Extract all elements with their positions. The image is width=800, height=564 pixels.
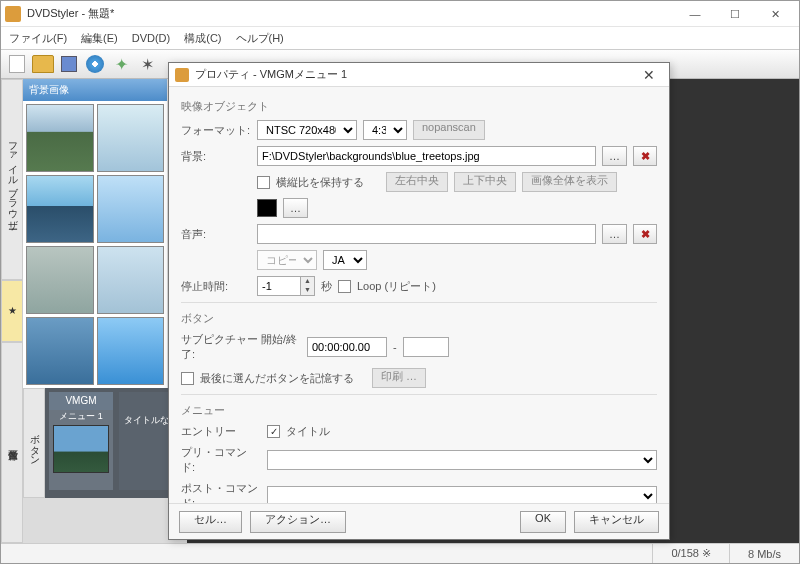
properties-dialog: プロパティ - VMGMメニュー 1 ✕ 映像オブジェクト フォーマット: NT… xyxy=(168,62,670,540)
dialog-close-button[interactable]: ✕ xyxy=(635,67,663,83)
bg-thumb[interactable] xyxy=(97,175,165,243)
loop-label: Loop (リピート) xyxy=(357,279,436,294)
format-label: フォーマット: xyxy=(181,123,251,138)
loop-checkbox[interactable] xyxy=(338,280,351,293)
menu-file[interactable]: ファイル(F) xyxy=(9,31,67,46)
audio-codec-select[interactable]: コピー xyxy=(257,250,317,270)
status-size: 0/158 ※ xyxy=(652,544,729,563)
save-icon[interactable] xyxy=(57,52,81,76)
menu-help[interactable]: ヘルプ(H) xyxy=(236,31,284,46)
wand-icon[interactable]: ✦ xyxy=(109,52,133,76)
window-title: DVDStyler - 無題* xyxy=(27,6,675,21)
ok-button[interactable]: OK xyxy=(520,511,566,533)
left-tabs: ファイルブラウザー ★ 背景画像 xyxy=(1,79,23,543)
audio-browse-button[interactable]: … xyxy=(602,224,627,244)
title-checkbox[interactable] xyxy=(267,425,280,438)
pause-label: 停止時間: xyxy=(181,279,251,294)
bg-clear-button[interactable]: ✖ xyxy=(633,146,657,166)
tab-bg-images[interactable]: 背景画像 xyxy=(1,342,23,543)
maximize-button[interactable]: ☐ xyxy=(715,2,755,26)
post-cmd-select[interactable] xyxy=(267,486,657,503)
section-video: 映像オブジェクト xyxy=(181,99,657,114)
pause-input[interactable] xyxy=(257,276,301,296)
vmgm-header: VMGM xyxy=(49,392,113,410)
audio-path-input[interactable] xyxy=(257,224,596,244)
vmgm-menu-cell[interactable]: VMGM メニュー 1 xyxy=(49,392,113,490)
align-lr-button[interactable]: 左右中央 xyxy=(386,172,448,192)
menu-dvd[interactable]: DVD(D) xyxy=(132,32,171,44)
title-chk-label: タイトル xyxy=(286,424,330,439)
pause-spinner[interactable]: ▲▼ xyxy=(257,276,315,296)
bg-color-swatch[interactable] xyxy=(257,199,277,217)
bg-color-more-button[interactable]: … xyxy=(283,198,308,218)
audio-label: 音声: xyxy=(181,227,251,242)
dialog-title-bar: プロパティ - VMGMメニュー 1 ✕ xyxy=(169,63,669,87)
cancel-button[interactable]: キャンセル xyxy=(574,511,659,533)
menu-thumb xyxy=(53,425,109,473)
section-button: ボタン xyxy=(181,311,657,326)
keep-aspect-checkbox[interactable] xyxy=(257,176,270,189)
title-bar: DVDStyler - 無題* — ☐ ✕ xyxy=(1,1,799,27)
subpic-label: サブピクチャー 開始/終了: xyxy=(181,332,301,362)
new-icon[interactable] xyxy=(5,52,29,76)
section-menu: メニュー xyxy=(181,403,657,418)
subpic-end-input[interactable] xyxy=(403,337,449,357)
bg-thumb[interactable] xyxy=(26,246,94,314)
open-icon[interactable] xyxy=(31,52,55,76)
tab-file-browser[interactable]: ファイルブラウザー xyxy=(1,79,23,280)
remember-label: 最後に選んだボタンを記憶する xyxy=(200,371,354,386)
menu-edit[interactable]: 編集(E) xyxy=(81,31,118,46)
print-button[interactable]: 印刷 … xyxy=(372,368,426,388)
dialog-footer: セル… アクション… OK キャンセル xyxy=(169,503,669,539)
bg-thumb[interactable] xyxy=(97,246,165,314)
tab-bg-star-icon[interactable]: ★ xyxy=(1,280,23,342)
align-tb-button[interactable]: 上下中央 xyxy=(454,172,516,192)
menu-timeline: VMGM メニュー 1 タイトルなし xyxy=(45,388,187,498)
spin-down-icon[interactable]: ▼ xyxy=(301,286,314,295)
sec-unit: 秒 xyxy=(321,279,332,294)
keep-aspect-label: 横縦比を保持する xyxy=(276,175,364,190)
close-button[interactable]: ✕ xyxy=(755,2,795,26)
post-cmd-label: ポスト・コマンド: xyxy=(181,481,261,503)
entry-label: エントリー xyxy=(181,424,261,439)
audio-lang-select[interactable]: JA xyxy=(323,250,367,270)
menu-label: メニュー 1 xyxy=(59,410,103,423)
background-browser: 背景画像 xyxy=(23,79,167,388)
dialog-title: プロパティ - VMGMメニュー 1 xyxy=(195,67,635,82)
app-icon xyxy=(5,6,21,22)
bg-thumb[interactable] xyxy=(97,104,165,172)
dialog-app-icon xyxy=(175,68,189,82)
bg-thumb[interactable] xyxy=(26,175,94,243)
bg-browse-button[interactable]: … xyxy=(602,146,627,166)
bg-thumb[interactable] xyxy=(97,317,165,385)
browser-header: 背景画像 xyxy=(23,79,167,101)
spin-up-icon[interactable]: ▲ xyxy=(301,277,314,286)
thumbnail-grid xyxy=(23,101,167,388)
bg-label: 背景: xyxy=(181,149,251,164)
subpic-start-input[interactable] xyxy=(307,337,387,357)
burn-disc-icon[interactable] xyxy=(83,52,107,76)
pre-cmd-select[interactable] xyxy=(267,450,657,470)
nopanscan-button[interactable]: nopanscan xyxy=(413,120,485,140)
status-bitrate: 8 Mb/s xyxy=(729,544,799,563)
cell-button[interactable]: セル… xyxy=(179,511,242,533)
format-select[interactable]: NTSC 720x480 xyxy=(257,120,357,140)
menu-bar: ファイル(F) 編集(E) DVD(D) 構成(C) ヘルプ(H) xyxy=(1,27,799,49)
bg-thumb[interactable] xyxy=(26,317,94,385)
bg-thumb[interactable] xyxy=(26,104,94,172)
settings-icon[interactable]: ✶ xyxy=(135,52,159,76)
subpic-dash: - xyxy=(393,341,397,353)
menu-config[interactable]: 構成(C) xyxy=(184,31,221,46)
action-button[interactable]: アクション… xyxy=(250,511,346,533)
pre-cmd-label: プリ・コマンド: xyxy=(181,445,261,475)
align-fit-button[interactable]: 画像全体を表示 xyxy=(522,172,617,192)
audio-clear-button[interactable]: ✖ xyxy=(633,224,657,244)
remember-checkbox[interactable] xyxy=(181,372,194,385)
tab-button[interactable]: ボタン xyxy=(23,388,45,498)
aspect-select[interactable]: 4:3 xyxy=(363,120,407,140)
minimize-button[interactable]: — xyxy=(675,2,715,26)
dialog-body: 映像オブジェクト フォーマット: NTSC 720x480 4:3 nopans… xyxy=(169,87,669,503)
status-bar: 0/158 ※ 8 Mb/s xyxy=(1,543,799,563)
bg-path-input[interactable] xyxy=(257,146,596,166)
